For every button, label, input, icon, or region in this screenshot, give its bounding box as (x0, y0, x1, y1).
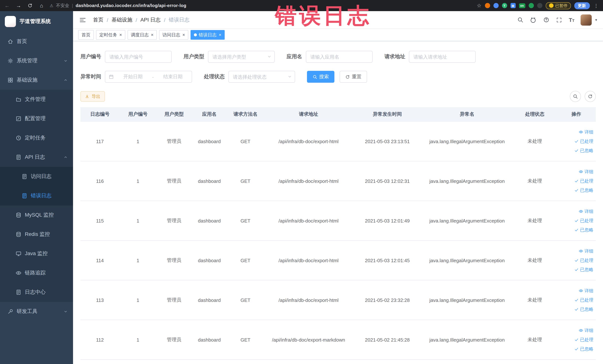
detail-link[interactable]: 详细 (559, 247, 593, 256)
paused-button[interactable]: 已暂停 (545, 2, 571, 9)
browser-menu-icon[interactable]: ⋮ (593, 3, 599, 8)
tab-close-icon[interactable]: × (151, 33, 153, 37)
help-icon[interactable] (543, 16, 549, 23)
fullscreen-icon[interactable] (556, 16, 562, 23)
process-status-select-input[interactable] (228, 71, 295, 83)
ignored-link[interactable]: 已忽略 (559, 344, 593, 354)
back-button[interactable]: ← (4, 2, 10, 9)
address-bar[interactable]: ⚠ 不安全 | dashboard.yudao.iocoder.cn/infra… (50, 2, 472, 9)
export-button[interactable]: 导出 (81, 91, 105, 102)
sidebar-item-error-log[interactable]: 错误日志 (0, 186, 73, 205)
ignored-link[interactable]: 已忽略 (559, 265, 593, 274)
user-id-label: 用户编号 (81, 53, 101, 60)
processed-link[interactable]: 已处理 (559, 176, 593, 186)
font-size-icon[interactable]: TT (569, 17, 574, 23)
extension-on-badge[interactable]: on (519, 3, 525, 8)
sidebar-item-trace[interactable]: 链路追踪 (0, 263, 73, 282)
sidebar-item-label: 文件管理 (25, 96, 68, 103)
breadcrumb-item[interactable]: API 日志 (140, 16, 161, 23)
check-icon (574, 139, 579, 143)
extension-grid-icon[interactable]: ▦ (510, 3, 515, 8)
download-icon (85, 94, 90, 99)
processed-link[interactable]: 已处理 (559, 295, 593, 305)
bookmark-star-icon[interactable]: ☆ (477, 3, 481, 9)
browser-home-button[interactable]: ⌂ (38, 2, 45, 9)
eye-icon (579, 289, 583, 293)
check-icon (574, 258, 579, 263)
tab-error-log[interactable]: 错误日志× (191, 30, 225, 40)
refresh-table-button[interactable] (584, 91, 596, 102)
tab-home[interactable]: 首页 (78, 30, 94, 40)
github-icon[interactable] (530, 16, 536, 23)
extension-drop-icon[interactable] (493, 3, 499, 8)
detail-link[interactable]: 详细 (559, 167, 593, 176)
column-header: 请求地址 (264, 107, 353, 121)
reset-button[interactable]: 重置 (340, 71, 367, 83)
detail-link[interactable]: 详细 (559, 326, 593, 335)
ignored-link[interactable]: 已忽略 (559, 186, 593, 195)
update-button[interactable]: 更新 (574, 2, 590, 9)
detail-link[interactable]: 详细 (559, 127, 593, 137)
toggle-search-button[interactable] (570, 91, 581, 102)
tab-close-icon[interactable]: × (182, 33, 185, 37)
sidebar-item-dev-tools[interactable]: 研发工具 (0, 302, 73, 321)
processed-link[interactable]: 已处理 (559, 137, 593, 146)
user-id-input[interactable] (105, 51, 172, 63)
sidebar-item-system-mgmt[interactable]: 系统管理 (0, 51, 73, 70)
tab-schedule-log[interactable]: 调度日志× (128, 30, 157, 40)
search-button[interactable]: 搜索 (307, 71, 334, 83)
sidebar-item-label: Redis 监控 (25, 231, 68, 238)
ignored-link[interactable]: 已忽略 (559, 146, 593, 155)
tab-scheduled-task[interactable]: 定时任务× (96, 30, 125, 40)
extension-leaf-icon[interactable] (529, 3, 534, 8)
filter-app-name: 应用名 (287, 51, 372, 63)
cell-id: 116 (81, 161, 119, 201)
search-icon[interactable] (517, 16, 523, 23)
sidebar-item-scheduled-task[interactable]: 定时任务 (0, 128, 73, 148)
ignored-link[interactable]: 已忽略 (559, 225, 593, 235)
breadcrumb-item[interactable]: 基础设施 (112, 16, 132, 23)
detail-link[interactable]: 详细 (559, 207, 593, 216)
date-range-picker[interactable]: 开始日期 - 结束日期 (105, 71, 192, 83)
extension-paw-icon[interactable] (537, 3, 542, 8)
request-url-input[interactable] (409, 51, 476, 63)
sidebar-item-config-mgmt[interactable]: 配置管理 (0, 109, 73, 128)
sidebar-item-log-center[interactable]: 日志中心 (0, 282, 73, 302)
sidebar-item-infrastructure[interactable]: 基础设施 (0, 70, 73, 90)
sidebar-item-java-monitor[interactable]: Java 监控 (0, 244, 73, 263)
app-name-input[interactable] (306, 51, 372, 63)
processed-link[interactable]: 已处理 (559, 335, 593, 344)
process-status-select[interactable] (228, 71, 295, 83)
cell-user-type: 管理员 (156, 121, 192, 161)
sidebar-item-label: MySQL 监控 (25, 212, 68, 218)
sidebar-item-home[interactable]: 首页 (0, 32, 73, 51)
sidebar-collapse-icon[interactable] (79, 16, 86, 23)
breadcrumb-item[interactable]: 首页 (93, 16, 104, 23)
forward-button[interactable]: → (15, 2, 22, 9)
user-type-select[interactable] (208, 51, 275, 63)
extension-green-icon[interactable]: Y (502, 3, 507, 8)
reload-button[interactable] (27, 2, 33, 9)
detail-link[interactable]: 详细 (559, 286, 593, 295)
sidebar-item-file-mgmt[interactable]: 文件管理 (0, 90, 73, 109)
processed-link[interactable]: 已处理 (559, 216, 593, 225)
processed-link[interactable]: 已处理 (559, 256, 593, 265)
sidebar-item-mysql-monitor[interactable]: MySQL 监控 (0, 205, 73, 225)
column-header: 请求方法名 (227, 107, 264, 121)
tab-access-log[interactable]: 访问日志× (159, 30, 188, 40)
eye-icon (579, 249, 583, 253)
caret-down-icon[interactable]: ▾ (595, 18, 597, 22)
warning-icon: ⚠ (50, 3, 53, 8)
user-type-select-input[interactable] (208, 51, 275, 63)
avatar[interactable] (581, 14, 592, 25)
tab-close-icon[interactable]: × (119, 33, 122, 37)
sidebar-item-redis-monitor[interactable]: Redis 监控 (0, 225, 73, 244)
ignored-link[interactable]: 已忽略 (559, 305, 593, 314)
cell-actions: 详细已处理已忽略 (557, 280, 596, 320)
app-logo[interactable]: 芋道管理系统 (0, 11, 73, 32)
column-header: 处理状态 (512, 107, 557, 121)
extension-orange-icon[interactable] (485, 3, 490, 8)
sidebar-item-api-log[interactable]: API 日志 (0, 148, 73, 167)
sidebar-item-access-log[interactable]: 访问日志 (0, 167, 73, 186)
tab-close-icon[interactable]: × (219, 33, 221, 37)
